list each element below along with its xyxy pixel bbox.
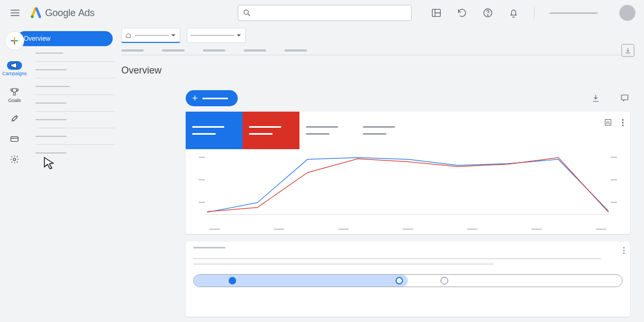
product-name: Google Ads <box>45 8 94 19</box>
tab[interactable] <box>244 49 266 52</box>
notifications-icon[interactable] <box>508 8 519 18</box>
tab[interactable] <box>121 49 144 52</box>
avatar[interactable] <box>619 5 635 21</box>
help-icon[interactable] <box>482 8 493 18</box>
nav-label: Campaigns <box>2 71 27 76</box>
search-input[interactable] <box>238 5 412 21</box>
sidebar-item[interactable] <box>35 152 67 153</box>
feedback-icon <box>620 93 630 103</box>
download-button[interactable] <box>590 93 601 104</box>
line-chart <box>186 151 630 226</box>
nav-label: Goals <box>8 98 21 103</box>
scope-selector-campaign[interactable] <box>187 28 246 43</box>
megaphone-icon <box>7 61 22 70</box>
svg-point-6 <box>13 158 16 161</box>
tab-row <box>121 49 639 52</box>
mouse-cursor <box>42 156 57 173</box>
download-icon <box>591 93 601 103</box>
more-menu[interactable] <box>623 247 625 254</box>
metric-tab-1[interactable] <box>186 112 243 149</box>
button-label <box>202 98 228 99</box>
sidebar-item[interactable] <box>35 119 67 120</box>
new-campaign-button[interactable]: + <box>186 90 238 106</box>
tools-icon <box>10 114 19 123</box>
card-icon <box>10 134 19 144</box>
separator <box>35 111 115 112</box>
tab[interactable] <box>162 49 185 52</box>
nav-billing[interactable] <box>10 134 19 144</box>
card-title <box>193 247 225 248</box>
svg-rect-5 <box>11 137 18 142</box>
metric-tab-4[interactable] <box>356 112 413 149</box>
svg-point-0 <box>31 15 34 18</box>
trophy-icon <box>10 87 19 97</box>
menu-button[interactable] <box>4 2 26 24</box>
gear-icon <box>10 155 19 164</box>
separator <box>35 144 115 145</box>
sidebar-item[interactable] <box>35 69 67 70</box>
nav-campaigns[interactable]: Campaigns <box>2 61 27 76</box>
plus-icon: + <box>192 93 198 103</box>
product-logo: Google Ads <box>30 7 94 19</box>
step-2[interactable] <box>396 277 403 284</box>
nav-goals[interactable]: Goals <box>8 87 21 103</box>
tab[interactable] <box>284 49 307 52</box>
account-switcher[interactable] <box>550 12 598 14</box>
text-line <box>193 258 601 259</box>
nav-admin[interactable] <box>10 155 19 164</box>
separator <box>35 128 115 128</box>
text-line <box>193 264 494 265</box>
sidebar-item-overview[interactable]: Overview <box>17 31 113 46</box>
sidebar-item[interactable] <box>35 86 70 87</box>
separator <box>534 6 535 19</box>
sidebar-item-label: Overview <box>24 35 50 42</box>
svg-point-4 <box>487 15 488 16</box>
separator <box>35 61 115 62</box>
create-button[interactable] <box>5 31 24 50</box>
svg-rect-7 <box>621 95 628 100</box>
separator <box>35 94 115 95</box>
tab[interactable] <box>203 49 225 52</box>
step-1[interactable] <box>229 277 236 284</box>
metrics-chart-card <box>186 112 630 234</box>
step-3[interactable] <box>441 277 448 284</box>
sidebar-item[interactable] <box>35 103 67 104</box>
nav-tools[interactable] <box>10 114 19 123</box>
metric-tab-3[interactable] <box>299 112 356 149</box>
search-icon <box>243 9 251 17</box>
page-title: Overview <box>121 65 639 76</box>
sidebar-item[interactable] <box>35 53 63 54</box>
separator <box>121 55 632 55</box>
more-menu[interactable] <box>622 119 624 126</box>
insight-card <box>186 241 630 317</box>
google-ads-icon <box>30 7 42 19</box>
separator <box>35 78 115 78</box>
sidebar-item[interactable] <box>35 136 67 137</box>
refresh-icon[interactable] <box>457 8 467 18</box>
svg-point-1 <box>244 10 248 14</box>
plus-icon <box>10 36 19 46</box>
reports-icon[interactable] <box>431 8 442 18</box>
metric-tab-2[interactable] <box>243 112 299 149</box>
feedback-button[interactable] <box>619 93 630 104</box>
scope-selector-account[interactable] <box>121 28 180 43</box>
home-icon <box>125 32 131 39</box>
progress-stepper[interactable] <box>193 274 623 287</box>
expand-chart-icon[interactable] <box>604 118 612 127</box>
